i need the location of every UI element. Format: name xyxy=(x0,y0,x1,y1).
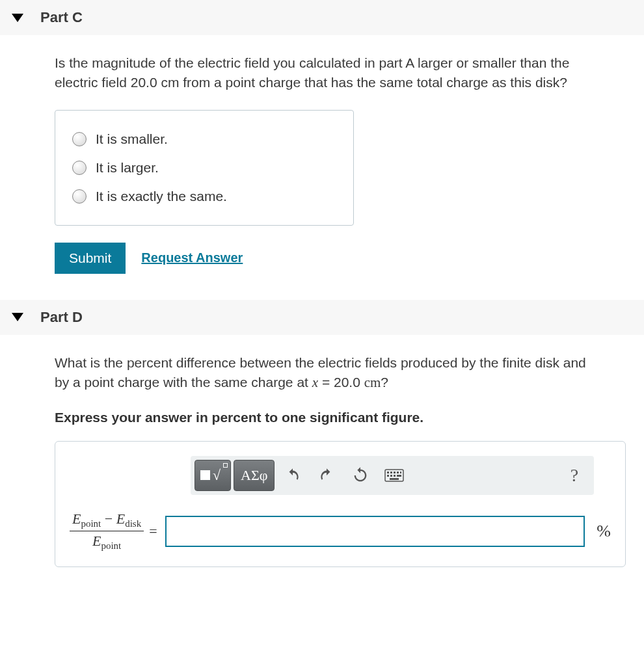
radio-label: It is smaller. xyxy=(96,131,168,147)
svg-rect-6 xyxy=(387,475,389,477)
help-icon: ? xyxy=(570,465,578,486)
svg-rect-10 xyxy=(390,478,399,480)
answer-input-row: Epoint − Edisk Epoint = % xyxy=(70,511,611,552)
redo-icon xyxy=(318,467,335,484)
svg-rect-4 xyxy=(397,472,399,473)
radio-option-larger[interactable]: It is larger. xyxy=(72,153,336,182)
question-variable: x xyxy=(312,375,318,390)
help-button[interactable]: ? xyxy=(559,460,590,491)
sym-minus: − xyxy=(101,511,116,527)
svg-rect-2 xyxy=(390,472,392,473)
question-unit: cm xyxy=(364,375,381,390)
question-eq: = 20.0 xyxy=(318,375,364,390)
keyboard-icon xyxy=(384,469,404,482)
part-c-body: Is the magnitude of the electric field y… xyxy=(0,35,644,300)
sub-disk: disk xyxy=(125,518,141,529)
part-d-header[interactable]: Part D xyxy=(0,300,644,335)
svg-rect-1 xyxy=(387,472,389,473)
part-c-title: Part C xyxy=(40,9,83,26)
radio-label: It is exactly the same. xyxy=(96,189,227,204)
radio-icon[interactable] xyxy=(72,132,87,146)
greek-button[interactable]: ΑΣφ xyxy=(234,460,275,491)
undo-icon xyxy=(284,467,301,484)
radio-option-same[interactable]: It is exactly the same. xyxy=(72,182,336,211)
templates-button[interactable]: √ xyxy=(195,460,231,491)
svg-rect-7 xyxy=(390,475,392,477)
sub-point: point xyxy=(101,541,121,552)
part-d-instruction: Express your answer in percent to one si… xyxy=(55,410,644,425)
radio-label: It is larger. xyxy=(96,160,159,176)
svg-rect-8 xyxy=(394,475,396,477)
part-d-body: What is the percent difference between t… xyxy=(0,335,644,593)
sym-e: E xyxy=(72,511,81,527)
undo-button[interactable] xyxy=(277,460,308,491)
part-c-question: Is the magnitude of the electric field y… xyxy=(55,53,595,93)
rect-icon xyxy=(200,470,210,480)
radio-icon[interactable] xyxy=(72,161,87,175)
sub-point: point xyxy=(81,518,101,529)
fraction-denominator: Epoint xyxy=(90,533,124,552)
radio-group: It is smaller. It is larger. It is exact… xyxy=(55,110,354,226)
part-d-title: Part D xyxy=(40,309,83,326)
keyboard-button[interactable] xyxy=(379,460,410,491)
question-post: ? xyxy=(381,375,388,390)
radio-icon[interactable] xyxy=(72,189,87,204)
request-answer-link[interactable]: Request Answer xyxy=(141,250,243,265)
svg-rect-9 xyxy=(397,475,401,477)
answer-box: √ ΑΣφ xyxy=(55,441,626,567)
redo-button[interactable] xyxy=(311,460,342,491)
fraction-numerator: Epoint − Edisk xyxy=(70,511,144,529)
svg-rect-5 xyxy=(400,472,401,473)
answer-input[interactable] xyxy=(165,516,585,547)
collapse-icon[interactable] xyxy=(12,14,23,22)
fraction-bar xyxy=(70,531,144,531)
equation-toolbar: √ ΑΣφ xyxy=(191,456,594,495)
reset-button[interactable] xyxy=(345,460,376,491)
radio-option-smaller[interactable]: It is smaller. xyxy=(72,125,336,153)
collapse-icon[interactable] xyxy=(12,313,23,321)
greek-label: ΑΣφ xyxy=(241,467,267,484)
sym-e: E xyxy=(92,533,101,549)
sqrt-icon: √ xyxy=(213,467,225,484)
submit-row: Submit Request Answer xyxy=(55,243,644,274)
sym-e: E xyxy=(116,511,125,527)
unit-label: % xyxy=(597,522,611,541)
submit-button[interactable]: Submit xyxy=(55,243,126,274)
equals-sign: = xyxy=(149,523,157,540)
part-d-question: What is the percent difference between t… xyxy=(55,353,595,393)
part-c-header[interactable]: Part C xyxy=(0,0,644,35)
svg-rect-3 xyxy=(394,472,396,473)
reset-icon xyxy=(351,466,369,485)
expression-fraction: Epoint − Edisk Epoint xyxy=(70,511,144,552)
